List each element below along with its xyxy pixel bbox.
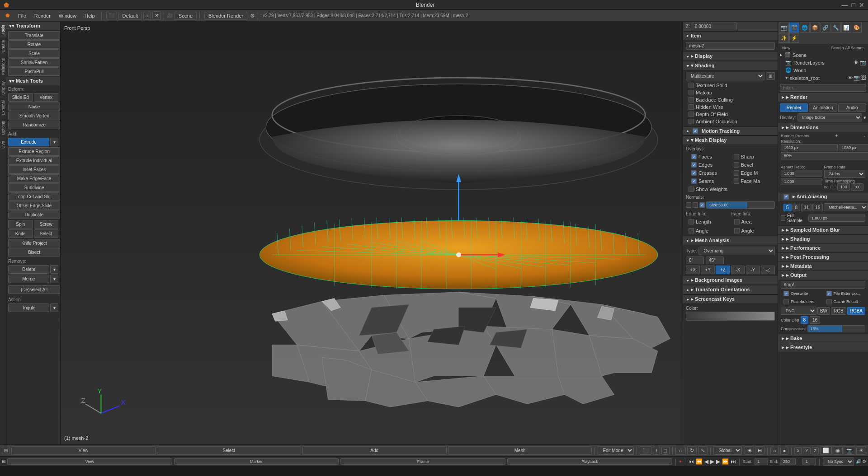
orientation-dropdown[interactable]: Global (713, 446, 742, 455)
axis-y-pos[interactable]: +Y (701, 266, 715, 274)
sk-cam-icon[interactable]: 📷 (854, 75, 860, 80)
vtab-uvs[interactable]: UVs (0, 138, 6, 151)
offset-edge-btn[interactable]: Offset Edge Slide (8, 201, 60, 210)
bake-header[interactable]: ▸ ▸ Bake (778, 334, 868, 343)
smooth-icon[interactable]: ◉ (833, 446, 843, 455)
edges-bevel-cb[interactable] (734, 162, 739, 168)
rl-vis-icon[interactable]: 👁 (854, 60, 859, 65)
aspect-x[interactable] (781, 170, 822, 177)
vtab-tools[interactable]: Tools (0, 22, 6, 37)
cr-cb[interactable]: □ (834, 185, 836, 189)
range-min[interactable] (686, 257, 704, 264)
props-material-icon[interactable]: 🎨 (852, 23, 862, 33)
axis-y-neg[interactable]: -Y (746, 266, 760, 274)
merge-btn[interactable]: Merge (8, 275, 49, 283)
timeline-end-input[interactable] (780, 458, 796, 465)
camera-view-icon[interactable]: 📷 (844, 446, 855, 455)
props-modifiers-icon[interactable]: 🔧 (831, 23, 841, 33)
hidden-wire-cb[interactable] (689, 104, 694, 110)
maximize-btn[interactable]: □ (852, 1, 855, 9)
normals-size[interactable]: Size:50.00 (706, 201, 775, 209)
creases-edge-cb[interactable] (734, 170, 739, 176)
depth-of-field-cb[interactable] (689, 112, 694, 117)
aa-header[interactable]: ▸ Anti-Aliasing (778, 192, 868, 201)
post-processing-header[interactable]: ▸ ▸ Post Processing (778, 253, 868, 261)
extrude-dropdown[interactable]: ▾ (50, 138, 58, 146)
loop-cut-btn[interactable]: Loop Cut and Sli... (8, 192, 60, 201)
overwrite-cb[interactable] (783, 291, 789, 296)
transform-orientations-header[interactable]: ▸ ▸ Transform Orientations (683, 285, 778, 294)
rotate-btn[interactable]: Rotate (8, 40, 60, 49)
axis-x-pos[interactable]: +X (686, 266, 700, 274)
length-cb[interactable] (689, 219, 694, 224)
dimensions-header[interactable]: ▸ ▸ Dimensions (778, 123, 868, 132)
old-time[interactable] (837, 183, 850, 191)
shading-dropdown[interactable]: Multitexture GLSL Solid (686, 72, 764, 80)
axis-z-neg[interactable]: -Z (761, 266, 775, 274)
freestyle-header[interactable]: ▸ ▸ Freestyle (778, 343, 868, 352)
mirror-x-icon[interactable]: X (794, 447, 802, 454)
sun-icon[interactable]: ☀ (856, 446, 866, 455)
scene-item[interactable]: ▸ 🎬 Scene (778, 51, 868, 59)
shading-header[interactable]: ▾ ▾ Shading (683, 61, 778, 70)
presets-remove[interactable]: - (864, 133, 865, 138)
matcap-cb[interactable] (689, 90, 694, 95)
delete-btn[interactable]: Delete (8, 265, 49, 274)
display-header[interactable]: ▸ ▸ Display (683, 52, 778, 61)
normals-loop-cb[interactable] (699, 202, 705, 208)
duplicate-btn[interactable]: Duplicate (8, 210, 60, 219)
placeholders-cb[interactable] (783, 299, 789, 304)
scale-btn[interactable]: Scale (8, 49, 60, 58)
menu-help[interactable]: Help (81, 12, 99, 19)
shading-extra-btn[interactable]: ⊞ (766, 72, 775, 80)
props-constraints-icon[interactable]: 🔗 (821, 23, 830, 33)
aspect-y[interactable] (781, 178, 822, 185)
motion-tracking-cb[interactable] (693, 128, 698, 134)
props-render-icon[interactable]: 📷 (779, 23, 789, 33)
type-dropdown[interactable]: Overhang (698, 247, 775, 255)
compression-slider[interactable]: 15% (807, 325, 865, 332)
aa-5-btn[interactable]: 5 (783, 204, 792, 211)
edges-cb[interactable] (691, 162, 697, 168)
mesh-name-input[interactable] (686, 42, 775, 50)
audio-tab-btn[interactable]: Audio (838, 103, 866, 112)
format-dropdown[interactable]: PNG (781, 307, 816, 315)
current-frame-input[interactable] (802, 458, 816, 465)
res-x-input[interactable] (781, 144, 838, 151)
display-extra-btn[interactable]: ▾ (863, 115, 866, 121)
close-btn[interactable]: ✕ (859, 1, 864, 9)
z-input[interactable] (692, 23, 737, 30)
sk-render-icon[interactable]: 🖼 (861, 75, 866, 80)
translate-btn[interactable]: Translate (8, 31, 60, 40)
render-engine-dropdown[interactable]: Blender Render (204, 12, 247, 20)
display-dropdown[interactable]: Image Editor (797, 113, 862, 121)
vertex-btn[interactable]: Vertex (34, 93, 59, 102)
performance-header[interactable]: ▸ ▸ Performance (778, 244, 868, 252)
record-icon[interactable]: ● (679, 459, 682, 464)
viewport[interactable]: Front Persp (61, 22, 683, 444)
sync-dropdown[interactable]: No Sync (823, 457, 854, 466)
res-y-input[interactable] (839, 144, 868, 151)
rgb-btn[interactable]: RGB (831, 307, 846, 315)
screencast-keys-header[interactable]: ▸ ▸ Screencast Keys (683, 295, 778, 304)
edge-select-icon[interactable]: / (653, 447, 660, 455)
render-tab-btn[interactable]: Render (780, 103, 808, 112)
shrink-fatten-btn[interactable]: Shrink/Fatten (8, 58, 60, 67)
faces-sharp-cb[interactable] (734, 154, 739, 159)
scale-icon[interactable]: ⤡ (698, 446, 708, 455)
minimize-btn[interactable]: — (842, 1, 848, 9)
props-particles-icon[interactable]: ✨ (779, 33, 789, 43)
workspace-add[interactable]: + (143, 12, 151, 20)
window-controls[interactable]: — □ ✕ (842, 1, 864, 9)
deselect-all-btn[interactable]: (De)select All (8, 285, 60, 294)
knife-project-btn[interactable]: Knife Project (8, 239, 60, 247)
aa-11-btn[interactable]: 11 (801, 204, 811, 211)
normals-face-cb[interactable] (693, 202, 698, 208)
transform-header[interactable]: ▾▾ Transform (6, 22, 60, 30)
make-edge-face-btn[interactable]: Make Edge/Face (8, 174, 60, 183)
extrude-btn[interactable]: Extrude (8, 138, 49, 146)
edit-mode-dropdown[interactable]: Edit Mode (598, 446, 634, 455)
timeline-frame-btn[interactable]: Frame (340, 458, 505, 465)
select-btn[interactable]: Select (34, 229, 59, 238)
ambient-occlusion-cb[interactable] (689, 119, 694, 124)
